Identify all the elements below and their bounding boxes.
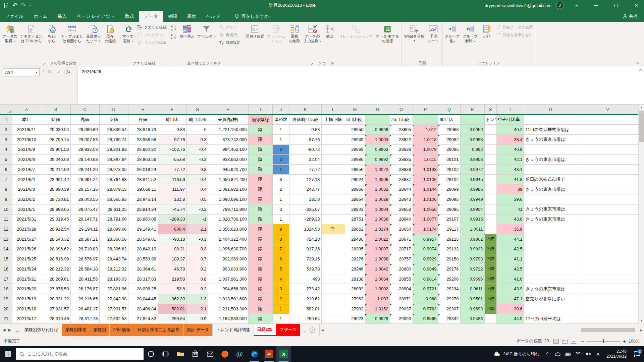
cell[interactable]: 28,212.32 <box>41 264 70 274</box>
cell[interactable]: 38.4 <box>496 134 524 144</box>
ribbon-page-csv-button[interactable]: テキストまたは CSV から <box>19 22 44 60</box>
cell[interactable]: 28,901.56 <box>41 144 70 155</box>
cell[interactable]: 29037 <box>390 304 413 314</box>
cell[interactable]: 44.9 <box>496 314 524 324</box>
cell[interactable]: 28652 <box>345 224 365 234</box>
cell[interactable]: 189.37 <box>158 254 186 264</box>
ribbon-funnel-reapply-button[interactable]: 再適用 <box>219 32 240 38</box>
cell[interactable]: 28,553.98 <box>128 254 158 264</box>
cell[interactable]: 39.6 <box>496 304 524 314</box>
cell[interactable]: 2021/6/1 <box>12 204 41 214</box>
cell[interactable]: 28,814.34 <box>128 204 158 214</box>
sheet-nav-right-icon[interactable]: ▶ <box>8 328 11 332</box>
cell[interactable]: 1.0029 <box>365 194 390 204</box>
cell[interactable]: 2021/6/4 <box>12 174 41 184</box>
cell[interactable] <box>524 144 577 155</box>
microsoft-store-icon[interactable] <box>188 346 203 362</box>
cell[interactable]: 28276 <box>345 254 365 264</box>
share-button[interactable]: 共有 <box>617 11 644 22</box>
name-box-dropdown-icon[interactable]: ▾ <box>36 71 37 74</box>
cell[interactable]: 0.5 <box>186 194 208 204</box>
taskbar-weather[interactable]: 24°C 曇りのち晴れ <box>490 350 543 358</box>
cell[interactable]: 29206 <box>438 274 460 284</box>
cell[interactable]: 28023 <box>345 314 365 324</box>
sheet-nav-left-icon[interactable]: ◀ <box>3 328 5 332</box>
cell[interactable] <box>484 204 496 214</box>
row-header[interactable]: 8 <box>0 184 12 194</box>
cell[interactable]: 28717 <box>390 244 413 254</box>
cell[interactable]: -259.64 <box>158 314 186 324</box>
cell[interactable]: 724.18 <box>289 234 321 244</box>
cell[interactable]: 1 <box>272 214 289 224</box>
cell[interactable]: 0.3 <box>186 244 208 254</box>
cell[interactable]: 0.3 <box>186 134 208 144</box>
ribbon-what-if-button[interactable]: ?What-If 分析▾ <box>403 22 426 60</box>
cell[interactable]: -45.74 <box>158 204 186 214</box>
cell[interactable] <box>577 304 638 314</box>
cell[interactable] <box>577 204 638 214</box>
column-header-M[interactable]: M <box>345 105 365 115</box>
cell[interactable]: 前日比% <box>186 115 208 125</box>
cell[interactable]: 1.0004 <box>365 204 390 214</box>
cell[interactable]: 29095 <box>438 144 460 155</box>
cell[interactable] <box>321 144 345 155</box>
cell[interactable]: 28,549.01 <box>128 234 158 244</box>
cell[interactable]: 空売り比率 <box>496 115 524 125</box>
row-header[interactable]: 5 <box>0 155 12 165</box>
cell[interactable]: 5 <box>272 264 289 274</box>
cell[interactable]: 2021/6/2 <box>12 194 41 204</box>
cell[interactable]: 陽 <box>248 304 272 314</box>
redo-icon[interactable]: ↷ <box>21 2 26 9</box>
cell[interactable]: -102.76 <box>158 144 186 155</box>
cell[interactable]: -362.39 <box>158 294 186 304</box>
cell[interactable]: きょうの東京市場は <box>524 134 577 144</box>
cell[interactable]: 6 <box>272 254 289 264</box>
cell[interactable]: 陽 <box>248 184 272 194</box>
cell[interactable] <box>365 115 390 125</box>
cell[interactable] <box>321 284 345 294</box>
cell[interactable] <box>484 184 496 194</box>
cell[interactable] <box>577 184 638 194</box>
cell[interactable]: 1,056,821,400 <box>208 174 248 184</box>
cell[interactable]: 1,221,150,000 <box>208 125 248 135</box>
vertical-scrollbar[interactable]: ▲ ▼ <box>638 105 644 324</box>
cell[interactable]: 0.9986 <box>460 184 484 194</box>
column-header-S[interactable]: S <box>484 105 496 115</box>
cell[interactable]: 陽 <box>248 254 272 264</box>
avatar[interactable]: D <box>556 2 564 9</box>
cell[interactable]: 0.9953 <box>460 155 484 165</box>
cell[interactable]: 28486 <box>345 234 365 244</box>
cell[interactable]: 28904 <box>390 284 413 294</box>
cell[interactable]: 28800 <box>390 264 413 274</box>
cell[interactable]: 817.36 <box>289 244 321 254</box>
menu-tab-2[interactable]: 挿入 <box>52 11 71 22</box>
cell[interactable]: -0.9 <box>186 314 208 324</box>
cell[interactable] <box>321 194 345 204</box>
ribbon-show-detail-button[interactable]: 詳細データの表示 <box>496 24 533 30</box>
cell[interactable]: 0.9904 <box>460 204 484 214</box>
cell[interactable]: 1 <box>272 194 289 204</box>
cell[interactable]: 1.0106 <box>413 174 438 184</box>
cell[interactable]: 2021/5/27 <box>12 234 41 244</box>
cell[interactable]: 35.9 <box>496 224 524 234</box>
cell[interactable]: -116.59 <box>158 174 186 184</box>
cell[interactable]: 陰 <box>248 155 272 165</box>
row-header[interactable]: 21 <box>0 314 12 324</box>
cell[interactable]: 売買高(株) <box>208 115 248 125</box>
cell[interactable] <box>321 174 345 184</box>
cell[interactable]: 0.968 <box>413 294 438 304</box>
column-header-A[interactable]: A <box>12 105 41 115</box>
cell[interactable]: 2021/5/19 <box>12 294 41 304</box>
cell[interactable]: 28,044.45 <box>128 294 158 304</box>
cell[interactable]: 29,003.55 <box>70 194 99 204</box>
cell[interactable]: 陰 <box>248 165 272 175</box>
cell[interactable]: 0.9814 <box>413 274 438 284</box>
cell[interactable]: 陽 <box>248 224 272 234</box>
cell[interactable]: 28653 <box>390 204 413 214</box>
column-header-V[interactable]: V <box>577 105 638 115</box>
cell[interactable]: 29,194.11 <box>70 224 99 234</box>
cell[interactable] <box>577 144 638 155</box>
ribbon-link-edit-button[interactable]: リンクの編集 <box>137 40 166 45</box>
cell[interactable]: 29,046.03 <box>41 155 70 165</box>
edge-icon[interactable] <box>247 346 262 362</box>
